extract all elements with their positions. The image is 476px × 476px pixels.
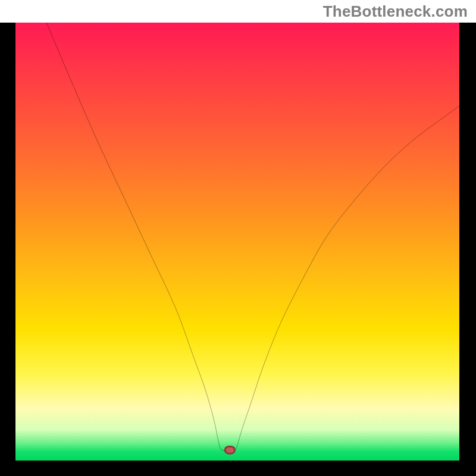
watermark-text: TheBottleneck.com bbox=[323, 2, 468, 21]
watermark-band: TheBottleneck.com bbox=[0, 0, 476, 23]
optimum-marker bbox=[225, 446, 234, 453]
curve-path bbox=[46, 23, 459, 450]
bottleneck-curve bbox=[15, 23, 459, 461]
chart-frame: TheBottleneck.com bbox=[0, 0, 476, 476]
